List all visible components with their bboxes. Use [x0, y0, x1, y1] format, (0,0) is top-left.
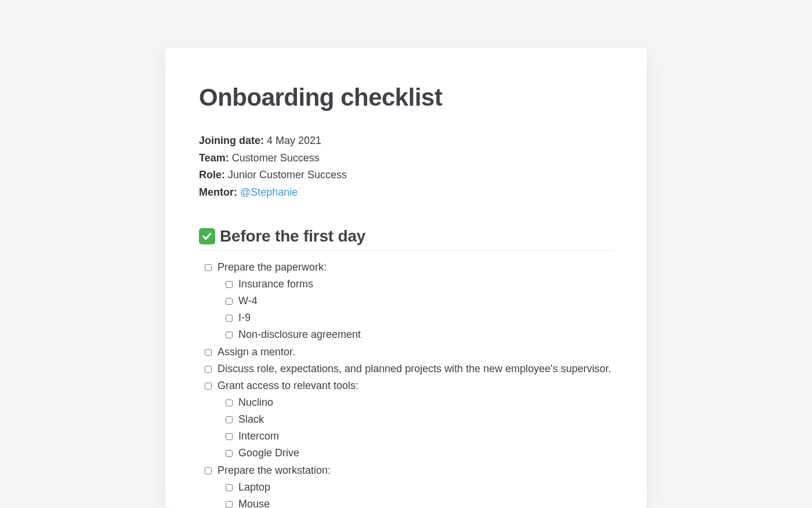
meta-team: Team: Customer Success	[199, 150, 613, 167]
checkbox-w4[interactable]	[226, 298, 233, 305]
joining-date-label: Joining date:	[199, 135, 264, 146]
checkbox-mentor[interactable]	[205, 349, 212, 356]
item-text: Prepare the workstation:	[217, 462, 613, 479]
team-label: Team:	[199, 152, 229, 164]
checklist-item-nuclino: Nuclino	[205, 394, 613, 411]
checkbox-slack[interactable]	[226, 416, 233, 423]
item-text: Nuclino	[238, 394, 613, 411]
checklist-item-tools: Grant access to relevant tools:	[205, 377, 613, 394]
meta-role: Role: Junior Customer Success	[199, 167, 613, 184]
checklist-item-i9: I-9	[205, 309, 613, 326]
checklist-item-insurance: Insurance forms	[205, 276, 613, 293]
item-text: Grant access to relevant tools:	[217, 377, 613, 394]
checkbox-discuss[interactable]	[205, 366, 212, 373]
item-text: W-4	[238, 293, 613, 309]
team-value: Customer Success	[232, 152, 320, 164]
checklist-item-gdrive: Google Drive	[205, 445, 613, 462]
checkbox-laptop[interactable]	[226, 484, 233, 491]
checkbox-intercom[interactable]	[226, 433, 233, 440]
item-text: Assign a mentor.	[217, 344, 613, 361]
checklist-item-slack: Slack	[205, 411, 613, 428]
checkmark-icon	[199, 228, 215, 244]
meta-block: Joining date: 4 May 2021 Team: Customer …	[199, 132, 613, 201]
item-text: Prepare the paperwork:	[217, 259, 613, 276]
checklist-item-mentor: Assign a mentor.	[205, 344, 613, 361]
item-text: Laptop	[238, 479, 613, 496]
checklist-item-discuss: Discuss role, expectations, and planned …	[205, 361, 613, 377]
item-text: Intercom	[238, 428, 613, 445]
checkbox-mouse[interactable]	[226, 501, 233, 508]
checklist-item-mouse: Mouse	[205, 496, 613, 508]
item-text: Non-disclosure agreement	[238, 326, 613, 343]
document-card: Onboarding checklist Joining date: 4 May…	[165, 48, 647, 508]
mentor-mention[interactable]: @Stephanie	[240, 186, 298, 198]
checkbox-i9[interactable]	[226, 315, 233, 322]
meta-joining-date: Joining date: 4 May 2021	[199, 132, 613, 150]
role-value: Junior Customer Success	[228, 169, 347, 181]
item-text: Insurance forms	[238, 276, 613, 293]
checkbox-workstation[interactable]	[205, 467, 212, 474]
item-text: I-9	[238, 309, 613, 326]
item-text: Mouse	[238, 496, 613, 508]
checklist: Prepare the paperwork: Insurance forms W…	[199, 259, 613, 508]
checklist-item-paperwork: Prepare the paperwork:	[205, 259, 613, 276]
checkbox-nda[interactable]	[226, 332, 233, 338]
checklist-item-workstation: Prepare the workstation:	[205, 462, 613, 479]
item-text: Slack	[238, 411, 613, 428]
role-label: Role:	[199, 169, 225, 181]
checklist-item-laptop: Laptop	[205, 479, 613, 496]
checklist-item-w4: W-4	[205, 293, 613, 309]
checkbox-tools[interactable]	[205, 383, 212, 390]
checkbox-gdrive[interactable]	[226, 450, 233, 457]
checklist-item-intercom: Intercom	[205, 428, 613, 445]
page-title: Onboarding checklist	[199, 84, 613, 111]
meta-mentor: Mentor: @Stephanie	[199, 184, 613, 201]
item-text: Google Drive	[238, 445, 613, 462]
checklist-item-nda: Non-disclosure agreement	[205, 326, 613, 343]
section-heading: Before the first day	[199, 227, 613, 251]
checkbox-paperwork[interactable]	[205, 264, 212, 271]
section-heading-text: Before the first day	[220, 227, 365, 246]
joining-date-value: 4 May 2021	[267, 135, 321, 146]
checkbox-nuclino[interactable]	[226, 399, 233, 406]
item-text: Discuss role, expectations, and planned …	[217, 361, 613, 377]
mentor-label: Mentor:	[199, 186, 237, 198]
checkbox-insurance[interactable]	[226, 281, 233, 288]
